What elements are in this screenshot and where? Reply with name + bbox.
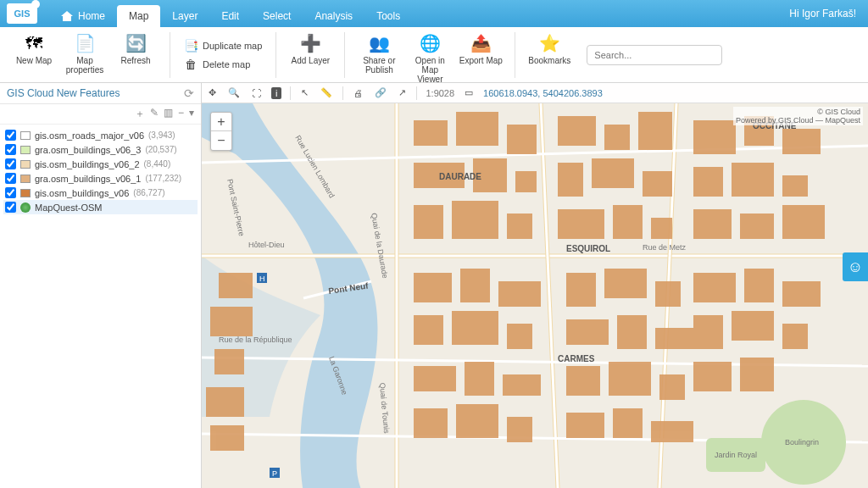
tab-layer[interactable]: Layer — [160, 5, 209, 27]
info-tool-icon[interactable]: i — [271, 87, 281, 99]
layer-row[interactable]: gis.osm_roads_major_v06 (3,943) — [3, 128, 198, 142]
new-map-button[interactable]: New Map — [10, 29, 58, 69]
tab-analysis-label: Analysis — [314, 10, 353, 22]
svg-rect-10 — [558, 116, 596, 146]
svg-rect-44 — [617, 315, 647, 349]
tab-map[interactable]: Map — [117, 5, 160, 27]
svg-rect-47 — [609, 362, 651, 396]
layer-row[interactable]: gra.osm_buildings_v06_1 (177,232) — [3, 171, 198, 186]
svg-rect-52 — [693, 273, 736, 302]
map-viewport[interactable]: ✥ 🔍 ⛶ i ↖ 📏 🖨 🔗 ↗ 1:9028 ▭ 160618.0943, … — [202, 83, 868, 488]
divider — [515, 32, 515, 78]
zoom-out-button[interactable]: − — [211, 131, 231, 150]
svg-rect-34 — [414, 366, 456, 391]
layer-swatch — [20, 131, 31, 140]
svg-rect-60 — [219, 273, 253, 298]
svg-rect-61 — [210, 307, 253, 336]
layer-checkbox[interactable] — [5, 158, 16, 169]
svg-rect-40 — [566, 273, 596, 307]
add-layer-button[interactable]: Add Layer — [287, 29, 334, 69]
map-label: CARMES — [558, 354, 595, 363]
share-publish-button[interactable]: Share or Publish — [355, 29, 403, 78]
layer-checkbox[interactable] — [5, 187, 16, 198]
svg-rect-8 — [452, 201, 498, 239]
tab-tools[interactable]: Tools — [364, 5, 412, 27]
layer-checkbox[interactable] — [5, 130, 16, 141]
tab-select[interactable]: Select — [251, 5, 303, 27]
export-map-button[interactable]: Export Map — [457, 29, 504, 69]
map-properties-button[interactable]: Map properties — [61, 29, 108, 78]
feedback-tab[interactable]: ☺ — [843, 252, 868, 281]
svg-rect-57 — [782, 324, 808, 349]
print-tool-icon[interactable]: 🖨 — [352, 88, 364, 98]
svg-rect-35 — [465, 362, 494, 396]
svg-rect-48 — [659, 374, 685, 400]
export-icon — [468, 32, 493, 54]
open-map-viewer-button[interactable]: Open in Map Viewer — [406, 29, 453, 87]
extent-tool-icon[interactable]: ⛶ — [250, 88, 263, 98]
svg-rect-63 — [206, 387, 244, 417]
user-greeting[interactable]: Hi Igor Farkaš! — [789, 8, 861, 19]
remove-tool-icon[interactable]: − — [178, 107, 184, 121]
share-label: Share or Publish — [357, 56, 401, 75]
select-tool-icon[interactable]: ↖ — [299, 87, 310, 98]
tab-analysis[interactable]: Analysis — [303, 5, 364, 27]
pan-tool-icon[interactable]: ✥ — [207, 87, 218, 98]
svg-rect-58 — [693, 362, 732, 391]
properties-tool-icon[interactable]: ▾ — [189, 107, 194, 121]
zoom-tool-icon[interactable]: 🔍 — [226, 87, 242, 98]
layer-checkbox[interactable] — [5, 202, 16, 213]
layer-checkbox[interactable] — [5, 144, 16, 155]
svg-text:H: H — [259, 274, 265, 283]
svg-rect-45 — [655, 328, 693, 349]
svg-rect-62 — [214, 349, 244, 374]
map-properties-label: Map properties — [63, 56, 107, 75]
svg-rect-30 — [498, 281, 541, 307]
svg-rect-22 — [693, 167, 723, 197]
new-map-label: New Map — [16, 56, 52, 65]
svg-rect-36 — [503, 374, 541, 396]
svg-rect-55 — [693, 315, 723, 349]
map-scale: 1:9028 — [426, 88, 454, 98]
edit-tool-icon[interactable]: ✎ — [150, 107, 159, 121]
share-icon — [366, 32, 392, 54]
svg-rect-12 — [638, 112, 672, 150]
search-input[interactable] — [587, 45, 722, 65]
divider — [275, 32, 276, 78]
zoom-control: + − — [210, 112, 232, 151]
project-title: GIS Cloud New Features — [7, 87, 120, 99]
brand-logo[interactable]: GIS — [7, 3, 37, 24]
layer-name: MapQuest-OSM — [35, 202, 102, 213]
folder-tool-icon[interactable]: ▥ — [164, 107, 173, 121]
layer-row[interactable]: gis.osm_buildings_v06 (86,727) — [3, 186, 198, 200]
add-layer-icon — [298, 32, 323, 54]
tab-edit[interactable]: Edit — [209, 5, 251, 27]
share-tool-icon[interactable]: ↗ — [397, 87, 408, 98]
bookmark-icon — [537, 32, 562, 54]
layer-swatch — [20, 175, 31, 183]
layer-swatch — [20, 146, 31, 154]
layer-checkbox[interactable] — [5, 173, 16, 184]
layer-row[interactable]: gra.osm_buildings_v06_3 (20,537) — [3, 142, 198, 157]
layer-row-basemap[interactable]: MapQuest-OSM — [3, 200, 198, 214]
tab-home[interactable]: Home — [49, 5, 117, 27]
bookmarks-button[interactable]: Bookmarks — [526, 29, 573, 69]
delete-icon — [184, 58, 198, 71]
project-reload-icon[interactable]: ⟳ — [184, 86, 194, 100]
svg-rect-42 — [655, 281, 681, 307]
delete-map-button[interactable]: Delete map — [181, 56, 253, 73]
layer-count: (177,232) — [145, 174, 181, 183]
measure-tool-icon[interactable]: 📏 — [319, 87, 334, 98]
duplicate-map-button[interactable]: Duplicate map — [181, 37, 265, 54]
add-tool-icon[interactable]: ＋ — [135, 107, 145, 121]
layer-row[interactable]: gis.osm_buildings_v06_2 (8,440) — [3, 157, 198, 171]
map-properties-icon — [72, 32, 97, 54]
layer-name: gra.osm_buildings_v06_3 — [35, 145, 141, 155]
nav-tabs: Home Map Layer Edit Select Analysis Tool… — [49, 0, 412, 27]
svg-rect-21 — [782, 129, 821, 154]
zoom-in-button[interactable]: + — [211, 113, 231, 131]
svg-rect-24 — [782, 175, 808, 197]
refresh-button[interactable]: Refresh — [112, 29, 159, 69]
ribbon-toolbar: New Map Map properties Refresh Duplicate… — [0, 27, 868, 83]
link-tool-icon[interactable]: 🔗 — [373, 87, 388, 98]
